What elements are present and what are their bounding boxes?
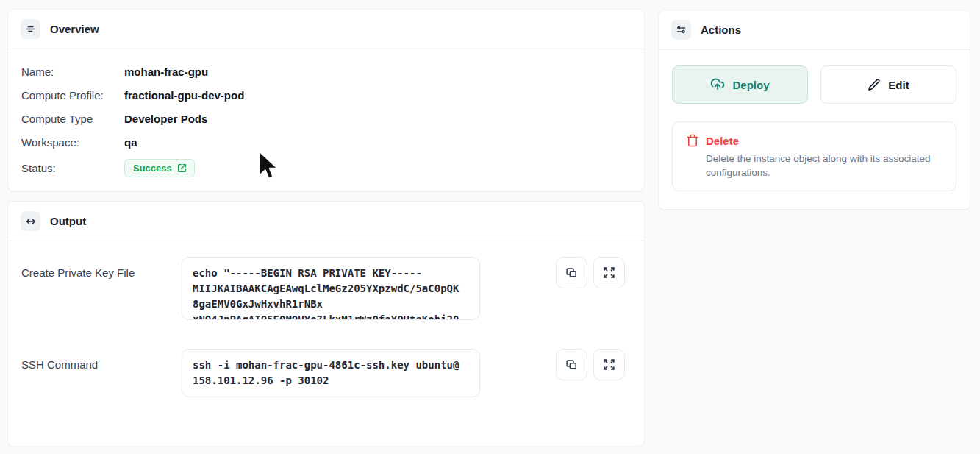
output-row-label: SSH Command (21, 349, 182, 371)
copy-button[interactable] (556, 349, 587, 380)
expand-icon (603, 358, 615, 371)
field-value: fractional-gpu-dev-pod (124, 89, 244, 102)
status-badge[interactable]: Success (124, 159, 195, 177)
delete-action-description: Delete the instance object along with it… (706, 152, 943, 180)
field-label: Compute Profile: (21, 89, 124, 102)
pencil-icon (868, 78, 881, 91)
delete-action-card[interactable]: Delete Delete the instance object along … (672, 121, 956, 191)
copy-button[interactable] (556, 257, 587, 288)
copy-icon (565, 266, 578, 279)
overview-title: Overview (50, 23, 99, 35)
ssh-command-code-block[interactable]: ssh -i mohan-frac-gpu-4861c-ssh.key ubun… (182, 349, 480, 397)
status-badge-label: Success (133, 163, 172, 174)
copy-icon (565, 358, 578, 371)
output-card: Output Create Private Key File echo "---… (7, 201, 645, 447)
deploy-button[interactable]: Deploy (672, 65, 808, 104)
code-block-actions (556, 257, 625, 288)
field-row-status: Status: Success (21, 159, 631, 177)
field-label: Name: (21, 65, 124, 78)
field-row-workspace: Workspace: qa (21, 135, 631, 149)
external-link-icon (177, 163, 187, 173)
field-label: Status: (21, 162, 124, 174)
field-label: Compute Type (21, 113, 124, 125)
output-row-label: Create Private Key File (21, 257, 182, 279)
output-title: Output (50, 215, 86, 227)
instance-detail-page: Overview Name: mohan-frac-gpu Compute Pr… (0, 0, 980, 454)
field-row-compute-type: Compute Type Developer Pods (21, 112, 631, 126)
output-header: Output (8, 202, 644, 241)
output-body: Create Private Key File echo "-----BEGIN… (8, 241, 644, 397)
actions-button-row: Deploy Edit (659, 50, 970, 104)
delete-action-title: Delete (706, 135, 739, 147)
code-block-actions (556, 349, 625, 380)
edit-button[interactable]: Edit (820, 65, 956, 104)
field-value: qa (124, 136, 137, 149)
expand-button[interactable] (593, 349, 625, 380)
cloud-upload-icon (710, 77, 725, 92)
field-row-name: Name: mohan-frac-gpu (21, 65, 631, 79)
overview-body: Name: mohan-frac-gpu Compute Profile: fr… (8, 49, 644, 177)
output-row-private-key: Create Private Key File echo "-----BEGIN… (8, 257, 644, 320)
field-label: Workspace: (21, 136, 124, 149)
expand-button[interactable] (593, 257, 625, 288)
overview-header: Overview (8, 10, 644, 49)
actions-header: Actions (659, 10, 970, 50)
overview-card: Overview Name: mohan-frac-gpu Compute Pr… (7, 9, 645, 191)
left-right-arrow-icon (21, 211, 40, 231)
expand-icon (603, 266, 615, 279)
output-row-ssh-command: SSH Command ssh -i mohan-frac-gpu-4861c-… (8, 349, 644, 397)
private-key-code-block[interactable]: echo "-----BEGIN RSA PRIVATE KEY----- MI… (182, 257, 480, 320)
actions-card: Actions Deploy Edit (658, 10, 970, 210)
deploy-button-label: Deploy (732, 79, 769, 91)
sliders-icon (671, 20, 691, 40)
field-value: mohan-frac-gpu (124, 65, 208, 78)
edit-button-label: Edit (888, 79, 909, 91)
actions-title: Actions (701, 24, 741, 36)
field-row-compute-profile: Compute Profile: fractional-gpu-dev-pod (21, 88, 631, 102)
trash-icon (686, 134, 699, 147)
field-value: Developer Pods (124, 113, 207, 125)
delete-action-header: Delete (686, 134, 943, 147)
align-center-lines-icon (21, 19, 40, 39)
